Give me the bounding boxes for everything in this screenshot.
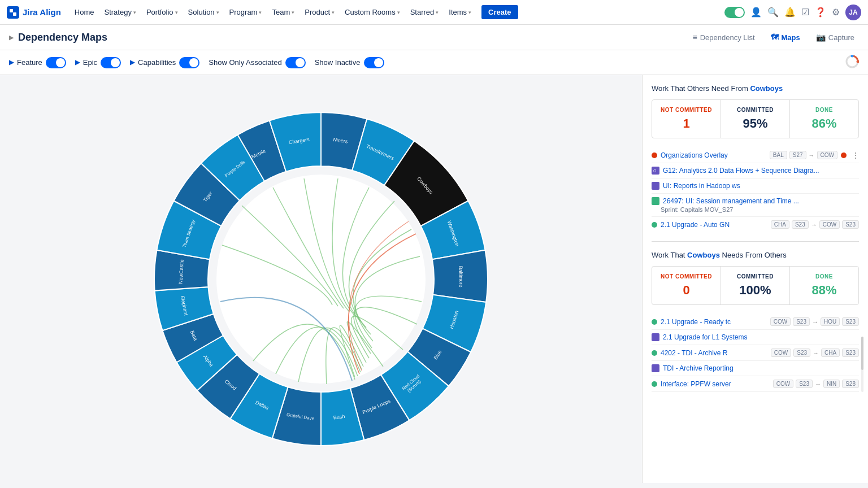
dep-title[interactable]: 2.1 Upgrade - Ready tc	[661, 318, 767, 326]
nav-strategy[interactable]: Strategy▾	[99, 6, 140, 19]
stat-not-committed-2: NOT COMMITTED 0	[652, 267, 721, 304]
from-tag: COW	[773, 380, 793, 388]
from-sprint: S23	[792, 220, 809, 229]
nav-starred[interactable]: Starred▾	[406, 6, 444, 19]
dep-menu-btn[interactable]: ⋮	[852, 151, 859, 159]
filter-show-only-associated: Show Only Associated	[209, 57, 305, 68]
dep-capability-icon	[652, 182, 659, 190]
dep-title[interactable]: 2.1 Upgrade for L1 Systems	[663, 333, 859, 341]
scroll-track	[861, 337, 863, 392]
dep-title[interactable]: 4202 - TDI - Archive R	[661, 349, 767, 357]
maps-view-btn[interactable]: 🗺 Maps	[766, 30, 805, 44]
panel-section-2: Work That Cowboys Needs From Others NOT …	[652, 251, 859, 392]
dep-item: 26497: UI: Session management and Time .…	[652, 194, 859, 217]
to-status-dot	[841, 152, 847, 158]
filter-show-inactive: Show Inactive	[315, 57, 384, 68]
filter-show-only-associated-toggle[interactable]	[285, 57, 306, 68]
dep-item: 2.1 Upgrade for L1 Systems	[652, 330, 859, 345]
dep-capability-icon	[652, 333, 659, 341]
user-icon[interactable]: 👤	[750, 7, 762, 18]
filter-capabilities-toggle[interactable]	[179, 57, 199, 68]
top-nav: Jira Align Home Strategy▾ Portfolio▾ Sol…	[0, 0, 868, 25]
filter-epic: ▶ Epic	[75, 57, 121, 68]
dep-status-dot	[652, 350, 657, 356]
to-tag: COW	[817, 151, 837, 159]
dep-capability-icon	[652, 364, 659, 372]
nav-custom-rooms[interactable]: Custom Rooms▾	[340, 6, 405, 19]
nav-portfolio[interactable]: Portfolio▾	[142, 6, 183, 19]
from-tag: COW	[770, 317, 791, 326]
nav-product[interactable]: Product▾	[300, 6, 339, 19]
dep-title[interactable]: UI: Reports in Hadoop ws	[663, 182, 859, 190]
nav-program[interactable]: Program▾	[225, 6, 267, 19]
dep-list-1: Organizations Overlay BAL S27 → COW ⋮	[652, 147, 859, 232]
filter-show-inactive-toggle[interactable]	[364, 57, 384, 68]
from-sprint: S23	[793, 317, 810, 326]
dep-status-dot	[652, 381, 657, 387]
svg-point-5	[216, 175, 426, 384]
theme-toggle[interactable]	[724, 7, 745, 18]
page-title: Dependency Maps	[18, 32, 107, 43]
stat-done-1: DONE 86%	[790, 100, 858, 138]
page: ▶ Dependency Maps ≡ Dependency List 🗺 Ma…	[0, 25, 868, 483]
checkbox-icon[interactable]: ☑	[801, 7, 809, 18]
bell-icon[interactable]: 🔔	[784, 7, 796, 18]
dep-story-icon	[652, 197, 659, 205]
dependency-list-view-btn[interactable]: ≡ Dependency List	[688, 30, 760, 44]
nav-home[interactable]: Home	[70, 6, 99, 19]
nav-items[interactable]: Items▾	[444, 6, 476, 19]
dep-item: 2.1 Upgrade - Auto GN CHA S23 → COW S23	[652, 217, 859, 232]
dep-title[interactable]: Organizations Overlay	[661, 151, 766, 159]
nav-solution[interactable]: Solution▾	[184, 6, 224, 19]
to-sprint: S28	[842, 380, 859, 388]
filter-feature: ▶ Feature	[9, 57, 66, 68]
settings-icon[interactable]: ⚙	[832, 7, 840, 18]
filter-epic-toggle[interactable]	[101, 57, 121, 68]
diagram-area[interactable]: Cross-PortfolioTeamAIWebAsset ServicesEM…	[0, 75, 642, 483]
dep-list-2: 2.1 Upgrade - Ready tc COW S23 → HOU S23	[652, 314, 859, 392]
svg-rect-1	[13, 12, 16, 16]
title-bar-actions: ≡ Dependency List 🗺 Maps 📷 Capture	[688, 30, 860, 44]
dep-title[interactable]: G12: Analytics 2.0 Data Flows + Sequence…	[663, 167, 859, 175]
from-tag: COW	[771, 348, 791, 357]
dep-tags: COW S23 → CHA S23	[771, 348, 859, 357]
list-icon: ≡	[693, 33, 697, 42]
dep-title[interactable]: TDI - Archive Reporting	[663, 364, 859, 372]
section1-title: Work That Others Need From Cowboys	[652, 84, 859, 93]
to-tag: COW	[819, 220, 840, 229]
filter-feature-toggle[interactable]	[46, 57, 66, 68]
from-sprint: S23	[796, 380, 813, 388]
chord-diagram[interactable]: Cross-PortfolioTeamAIWebAsset ServicesEM…	[146, 104, 496, 454]
filter-epic-arrow: ▶	[75, 59, 80, 66]
capture-view-btn[interactable]: 📷 Capture	[811, 30, 859, 44]
create-button[interactable]: Create	[481, 5, 518, 19]
dep-tags: CHA S23 → COW S23	[771, 220, 859, 229]
dep-title[interactable]: 2.1 Upgrade - Auto GN	[661, 221, 767, 229]
dep-sub: Sprint: Capitals MOV_S27	[661, 206, 859, 213]
to-sprint: S23	[842, 317, 859, 326]
dep-title[interactable]: 26497: UI: Session management and Time .…	[663, 197, 859, 205]
main-content: Cross-PortfolioTeamAIWebAsset ServicesEM…	[0, 75, 868, 483]
nav-team[interactable]: Team▾	[267, 6, 299, 19]
search-icon[interactable]: 🔍	[767, 7, 779, 18]
sidebar-toggle[interactable]: ▶	[9, 34, 14, 41]
dep-tags: BAL S27 → COW	[770, 151, 847, 159]
dep-item: TDI - Archive Reporting	[652, 361, 859, 376]
logo[interactable]: Jira Align	[7, 6, 61, 19]
help-icon[interactable]: ❓	[815, 7, 826, 18]
filter-capabilities-arrow: ▶	[130, 59, 134, 66]
from-sprint: S27	[789, 151, 806, 159]
svg-text:Baltimore: Baltimore	[458, 266, 464, 287]
dep-title[interactable]: Interface: PPFW server	[661, 380, 770, 388]
nav-items: Home Strategy▾ Portfolio▾ Solution▾ Prog…	[70, 5, 718, 19]
stat-done-2: DONE 88%	[790, 267, 858, 304]
avatar[interactable]: JA	[845, 5, 861, 20]
dep-item: UI: Reports in Hadoop ws	[652, 178, 859, 194]
section-divider	[652, 241, 859, 242]
svg-point-3	[851, 55, 854, 58]
from-sprint: S23	[793, 348, 810, 357]
stat-not-committed-1: NOT COMMITTED 1	[652, 100, 721, 138]
dep-tags: COW S23 → HOU S23	[770, 317, 859, 326]
to-sprint: S23	[842, 220, 859, 229]
scroll-thumb[interactable]	[861, 337, 863, 370]
